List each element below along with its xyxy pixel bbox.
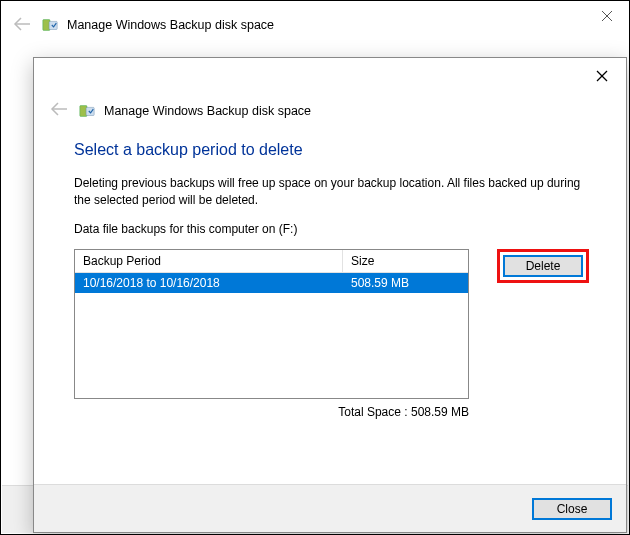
cell-period: 10/16/2018 to 10/16/2018 [75,273,343,293]
cell-size: 508.59 MB [343,273,468,293]
dialog-close-button[interactable] [582,62,622,90]
column-header-period[interactable]: Backup Period [75,250,343,272]
back-icon [50,100,68,121]
svg-rect-4 [49,21,57,29]
svg-rect-9 [86,107,94,115]
subline-text: Data file backups for this computer on (… [74,221,586,238]
page-heading: Select a backup period to delete [74,141,586,159]
dialog-title: Manage Windows Backup disk space [104,104,311,118]
column-header-size[interactable]: Size [343,250,468,272]
delete-button[interactable]: Delete [503,255,583,277]
parent-title: Manage Windows Backup disk space [67,18,274,32]
list-header-row: Backup Period Size [75,250,468,273]
dialog-window: Manage Windows Backup disk space Select … [33,57,627,533]
dialog-header: Manage Windows Backup disk space [50,100,626,121]
total-space-label: Total Space : 508.59 MB [74,405,469,419]
back-icon [13,15,31,36]
close-button[interactable]: Close [532,498,612,520]
description-text: Deleting previous backups will free up s… [74,175,586,209]
list-row[interactable]: 10/16/2018 to 10/16/2018 508.59 MB [75,273,468,293]
backup-list[interactable]: Backup Period Size 10/16/2018 to 10/16/2… [74,249,469,399]
highlight-box: Delete [497,249,589,283]
backup-icon [41,16,59,34]
dialog-footer: Close [34,484,626,532]
parent-header: Manage Windows Backup disk space [1,1,629,49]
backup-icon [78,102,96,120]
parent-close-button[interactable] [587,3,627,29]
